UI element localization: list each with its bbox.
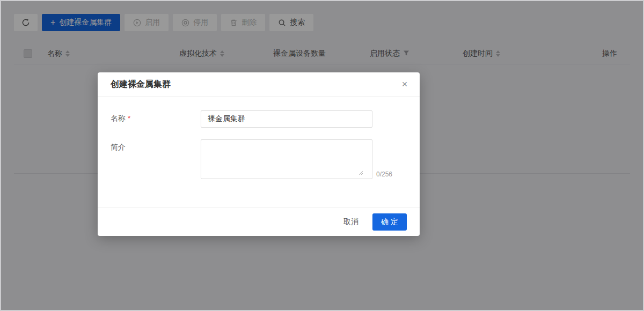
- close-button[interactable]: ×: [397, 77, 412, 92]
- label-text: 简介: [111, 143, 126, 151]
- intro-field-row: 简介 0/256: [111, 139, 407, 179]
- name-input[interactable]: [201, 110, 372, 128]
- dialog-header: 创建裸金属集群 ×: [98, 72, 420, 97]
- dialog-body: 名称* 简介 0/256: [98, 97, 420, 179]
- create-cluster-dialog: 创建裸金属集群 × 名称* 简介: [98, 72, 420, 236]
- dialog-title: 创建裸金属集群: [111, 79, 171, 90]
- intro-field-label: 简介: [111, 139, 201, 152]
- required-mark: *: [128, 114, 130, 122]
- label-text: 名称: [111, 114, 126, 122]
- cancel-button[interactable]: 取消: [341, 214, 361, 230]
- name-field-row: 名称*: [111, 110, 407, 128]
- app-window: + 创建裸金属集群 启用 停用: [0, 0, 644, 311]
- confirm-button[interactable]: 确定: [372, 213, 407, 231]
- name-field-label: 名称*: [111, 110, 201, 123]
- intro-textarea[interactable]: [201, 139, 372, 179]
- char-counter: 0/256: [376, 171, 392, 179]
- intro-textarea-wrap: 0/256: [201, 139, 392, 179]
- dialog-footer: 取消 确定: [98, 207, 420, 236]
- close-icon: ×: [402, 79, 408, 90]
